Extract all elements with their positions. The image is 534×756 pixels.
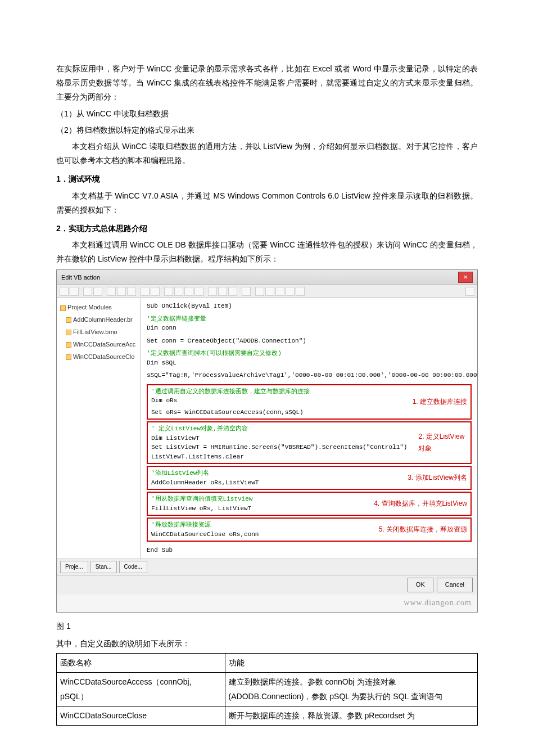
annotation-label-4: 4. 查询数据库，并填充ListView [363, 498, 467, 510]
code-line: Sub OnClick(Byval Item) [147, 302, 472, 311]
annotation-box-1: '通过调用自定义的数据库连接函数，建立与数据库的连接 Dim oRs Set o… [147, 384, 472, 420]
tab-standard[interactable]: Stan... [90, 561, 117, 573]
code-line: WinCCDataSourceClose oRs,conn [151, 530, 259, 539]
cancel-button[interactable]: Cancel [437, 578, 473, 592]
code-line: Dim ListViewT [151, 434, 407, 443]
tree-item-label: FillListView.bmo [73, 328, 117, 335]
undo-icon[interactable] [141, 287, 150, 296]
code-line: End Sub [147, 546, 472, 555]
section-1-body: 本文档基于 WinCC V7.0 ASIA，并通过 MS Windows Com… [56, 189, 478, 217]
code-line: FillListView oRs, ListViewT [151, 504, 252, 514]
help-icon[interactable] [465, 287, 474, 296]
window-title-bar: Edit VB action ✕ [57, 270, 477, 285]
window-title: Edit VB action [61, 272, 100, 284]
toolbar-icon[interactable] [174, 287, 183, 296]
toolbar-icon[interactable] [228, 287, 237, 296]
watermark: www.diangon.com [57, 595, 477, 612]
toolbar-icon[interactable] [275, 287, 284, 296]
tree-root-label: Project Modules [67, 304, 112, 310]
person-icon[interactable] [286, 287, 295, 296]
tab-project[interactable]: Proje... [60, 561, 88, 573]
code-editor[interactable]: Sub OnClick(Byval Item) '定义数据库链接变量 Dim c… [141, 298, 477, 559]
annotation-label-2: 2. 定义ListView对象 [407, 431, 467, 455]
code-comment: '通过调用自定义的数据库连接函数，建立与数据库的连接 [151, 387, 310, 397]
annotation-label-3: 3. 添加ListView列名 [396, 472, 467, 484]
section-2-title: 2．实现方式总体思路介绍 [56, 222, 478, 236]
table-cell: 建立到数据库的连接。参数 connObj 为连接对象 (ADODB.Connec… [225, 673, 477, 706]
code-comment: '定义数据库链接变量 [147, 314, 472, 324]
annotation-label-5: 5. 关闭数据库连接，释放资源 [368, 524, 467, 536]
tree-item[interactable]: AddColumnHeader.br [59, 314, 138, 326]
annotation-box-3: '添加ListView列名 AddColumnHeader oRs,ListVi… [147, 466, 472, 490]
tree-root[interactable]: Project Modules [59, 302, 138, 314]
code-comment: ' 定义ListView对象,并清空内容 [151, 424, 407, 434]
tab-bar: Proje... Stan... Code... [57, 559, 477, 575]
tab-code[interactable]: Code... [119, 561, 147, 573]
cut-icon[interactable] [107, 287, 116, 296]
toolbar-icon[interactable] [93, 287, 102, 296]
toolbar-icon[interactable] [265, 287, 274, 296]
toolbar-icon[interactable] [194, 287, 203, 296]
table-header-desc: 功能 [225, 654, 477, 673]
module-icon [66, 354, 71, 360]
code-comment: '用从数据库查询的值填充ListView [151, 494, 252, 504]
section-2-body: 本文档通过调用 WinCC OLE DB 数据库接口驱动（需要 WinCC 连通… [56, 238, 478, 266]
tree-item-label: WinCCDataSourceClo [73, 353, 134, 360]
toolbar [57, 285, 477, 298]
code-line: Set conn = CreateObject("ADODB.Connectio… [147, 336, 472, 346]
code-line: AddColumnHeader oRs,ListViewT [151, 478, 259, 488]
table-header-name: 函数名称 [57, 654, 225, 673]
tree-item[interactable]: WinCCDataSourceAcc [59, 339, 138, 351]
project-tree[interactable]: Project Modules AddColumnHeader.br FillL… [57, 298, 141, 559]
dialog-buttons: OK Cancel [57, 575, 477, 595]
code-line: sSQL="Tag:R,'ProcessValueArchive\Tag1','… [147, 371, 472, 380]
toolbar-icon[interactable] [70, 287, 79, 296]
redo-icon[interactable] [151, 287, 160, 296]
folder-icon [60, 305, 66, 311]
toolbar-icon[interactable] [296, 287, 305, 296]
copy-icon[interactable] [117, 287, 126, 296]
tree-item-label: AddColumnHeader.br [73, 316, 133, 323]
annotation-box-5: '释放数据库联接资源 WinCCDataSourceClose oRs,conn… [147, 518, 472, 542]
table-cell: WinCCDataSourceAccess（connObj, pSQL） [57, 673, 225, 706]
toolbar-icon[interactable] [218, 287, 227, 296]
toolbar-icon[interactable] [184, 287, 193, 296]
tree-item-label: WinCCDataSourceAcc [73, 341, 135, 348]
toolbar-icon[interactable] [164, 287, 173, 296]
section-1-title: 1．测试环境 [56, 172, 478, 186]
intro-li-1: （1）从 WinCC 中读取归档数据 [56, 107, 478, 121]
function-table: 函数名称 功能 WinCCDataSourceAccess（connObj, p… [56, 653, 478, 726]
code-line: Set oRs= WinCCDataSourceAccess(conn,sSQL… [151, 408, 310, 417]
paste-icon[interactable] [127, 287, 136, 296]
table-intro: 其中，自定义函数的说明如下表所示： [56, 637, 478, 651]
toolbar-icon[interactable] [83, 287, 92, 296]
figure-caption: 图 1 [56, 619, 478, 633]
code-line: ListViewT.ListItems.clear [151, 452, 407, 462]
code-line: Dim oRs [151, 396, 310, 406]
intro-para-1: 在实际应用中，客户对于 WinCC 变量记录的显示需求各式各样，比如在 Exce… [56, 62, 478, 105]
toolbar-icon[interactable] [60, 287, 69, 296]
code-comment: '添加ListView列名 [151, 469, 259, 478]
code-line: Dim conn [147, 323, 472, 333]
annotation-label-1: 1. 建立数据库连接 [401, 396, 467, 408]
annotation-box-2: ' 定义ListView对象,并清空内容 Dim ListViewT Set L… [147, 421, 472, 464]
table-cell: WinCCDataSourceClose [57, 706, 225, 725]
ok-button[interactable]: OK [408, 578, 433, 592]
intro-li-2: （2）将归档数据以特定的格式显示出来 [56, 123, 478, 137]
tree-item[interactable]: FillListView.bmo [59, 326, 138, 339]
module-icon [66, 317, 71, 323]
code-line: Dim sSQL [147, 358, 472, 368]
code-line: Set ListViewT = HMIRuntime.Screens("VBSR… [151, 443, 407, 452]
toolbar-icon[interactable] [255, 287, 264, 296]
intro-para-2: 本文档介绍从 WinCC 读取归档数据的通用方法，并以 ListView 为例，… [56, 140, 478, 168]
tree-item[interactable]: WinCCDataSourceClo [59, 351, 138, 363]
code-comment: '释放数据库联接资源 [151, 520, 259, 530]
toolbar-icon[interactable] [208, 287, 217, 296]
module-icon [66, 330, 71, 335]
toolbar-icon[interactable] [242, 287, 251, 296]
code-comment: '定义数据库查询脚本(可以根据需要自定义修改) [147, 349, 472, 358]
annotation-box-4: '用从数据库查询的值填充ListView FillListView oRs, L… [147, 492, 472, 516]
close-icon[interactable]: ✕ [458, 272, 473, 283]
table-cell: 断开与数据库的连接，释放资源。参数 pRecordset 为 [225, 706, 477, 725]
module-icon [66, 342, 71, 348]
